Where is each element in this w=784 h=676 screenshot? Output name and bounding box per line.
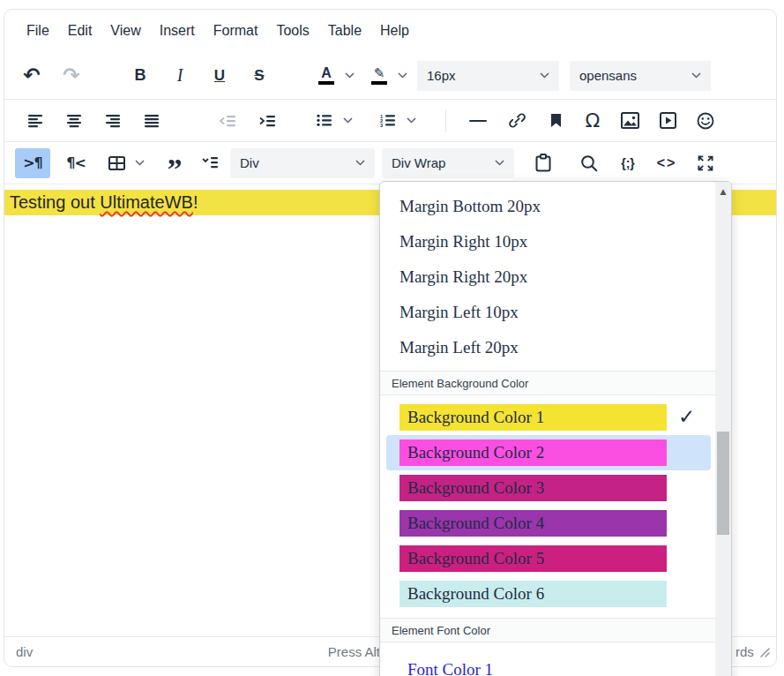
chevron-down-icon — [345, 72, 355, 79]
menu-file[interactable]: File — [19, 18, 57, 44]
numbered-list-button[interactable]: 123 — [373, 106, 403, 136]
editor-text-punctuation: ! — [193, 192, 198, 212]
align-center-icon — [66, 114, 82, 128]
dropdown-scrollbar[interactable]: ▲ — [715, 182, 731, 676]
bookmark-button[interactable] — [541, 106, 571, 136]
code-sample-button[interactable]: {;} — [613, 148, 643, 178]
redo-button[interactable]: ↷ — [56, 61, 86, 91]
font-size-select[interactable]: 16px — [417, 61, 559, 91]
color-swatch: Background Color 1 — [399, 404, 667, 431]
text-color-button[interactable]: A — [311, 61, 341, 91]
highlight-color-menu-button[interactable] — [394, 61, 410, 91]
color-swatch: Background Color 4 — [399, 510, 667, 537]
link-button[interactable] — [502, 106, 532, 136]
numbered-list-menu-button[interactable] — [403, 106, 419, 136]
insert-media-button[interactable] — [653, 106, 683, 136]
menu-item-font-color-1[interactable]: Font Color 1 — [380, 655, 715, 676]
toolbar-row-1: ↶ ↷ B I U S A ✎ 16px opensans — [4, 52, 776, 100]
highlighter-icon: ✎ — [371, 67, 387, 85]
menu-view[interactable]: View — [102, 18, 148, 44]
menu-help[interactable]: Help — [372, 18, 417, 44]
table-menu-button[interactable] — [131, 148, 147, 178]
section-header-font-color: Element Font Color — [380, 618, 715, 642]
word-count-text: rds — [735, 644, 754, 659]
menu-item-background-color-3[interactable]: Background Color 3 — [380, 475, 715, 501]
align-right-button[interactable] — [98, 106, 128, 136]
element-path[interactable]: div — [16, 644, 33, 659]
text-color-icon: A — [318, 66, 334, 85]
blockquote-button[interactable]: ” — [160, 154, 190, 184]
table-button[interactable] — [101, 148, 131, 178]
paste-button[interactable] — [528, 148, 558, 178]
toolbar-row-3: >¶ ¶< ” Div Div Wrap {;} <> — [4, 142, 776, 184]
align-justify-button[interactable] — [137, 106, 167, 136]
wrap-style-select[interactable]: Div Wrap — [382, 148, 514, 178]
chevron-down-icon — [495, 160, 504, 166]
resize-grip-icon — [759, 647, 771, 658]
menu-item-margin-right-20[interactable]: Margin Right 20px — [380, 259, 715, 295]
color-swatch: Background Color 3 — [399, 475, 667, 501]
highlight-color-button[interactable]: ✎ — [364, 61, 394, 91]
chevron-down-icon — [355, 160, 365, 166]
align-left-button[interactable] — [20, 106, 50, 136]
numbered-list-icon: 123 — [380, 114, 396, 127]
color-swatch: Background Color 6 — [399, 581, 667, 607]
bullet-list-menu-button[interactable] — [340, 106, 355, 136]
font-family-value: opensans — [579, 68, 637, 83]
indent-button[interactable] — [252, 106, 282, 136]
resize-grip[interactable] — [759, 647, 771, 658]
menu-item-margin-left-20[interactable]: Margin Left 20px — [380, 330, 715, 365]
editor-text: Testing out — [10, 192, 100, 212]
indent-icon — [258, 114, 276, 128]
scrollbar-thumb[interactable] — [717, 432, 729, 535]
toggle-list-button[interactable] — [195, 148, 225, 178]
wrap-style-dropdown: Margin Bottom 20px Margin Right 10px Mar… — [379, 181, 732, 676]
menu-item-background-color-2[interactable]: Background Color 2 — [380, 439, 715, 466]
underline-button[interactable]: U — [205, 61, 235, 91]
source-code-button[interactable]: <> — [652, 148, 682, 178]
rtl-direction-button[interactable]: ¶< — [61, 148, 91, 178]
emoji-icon — [697, 112, 714, 130]
text-color-menu-button[interactable] — [341, 61, 357, 91]
scroll-up-arrow[interactable]: ▲ — [715, 184, 731, 199]
check-icon: ✓ — [678, 405, 695, 428]
chevron-down-icon — [407, 117, 416, 124]
outdent-icon — [219, 114, 236, 128]
align-center-button[interactable] — [59, 106, 89, 136]
strikethrough-button[interactable]: S — [244, 61, 274, 91]
chevron-down-icon — [343, 117, 353, 124]
outdent-button[interactable] — [213, 106, 243, 136]
bold-button[interactable]: B — [125, 61, 155, 91]
margin-items-list: Margin Bottom 20px Margin Right 10px Mar… — [380, 182, 715, 365]
menu-table[interactable]: Table — [320, 18, 370, 44]
menu-tools[interactable]: Tools — [268, 18, 317, 44]
ltr-direction-button[interactable]: >¶ — [15, 148, 50, 178]
block-style-select[interactable]: Div — [230, 148, 375, 178]
image-icon — [621, 112, 639, 129]
menu-item-margin-right-10[interactable]: Margin Right 10px — [380, 224, 715, 259]
font-family-select[interactable]: opensans — [570, 61, 711, 91]
menu-item-background-color-4[interactable]: Background Color 4 — [380, 510, 715, 537]
menu-format[interactable]: Format — [205, 18, 266, 44]
fullscreen-icon — [697, 154, 714, 172]
menu-item-margin-bottom-20[interactable]: Margin Bottom 20px — [380, 189, 715, 224]
help-hint-text: Press Alt — [328, 644, 380, 659]
fullscreen-button[interactable] — [691, 148, 721, 178]
bullet-list-button[interactable] — [310, 106, 340, 136]
align-left-icon — [27, 114, 43, 128]
special-character-button[interactable]: Ω — [578, 106, 608, 136]
undo-button[interactable]: ↶ — [17, 61, 47, 91]
menubar: File Edit View Insert Format Tools Table… — [4, 10, 776, 52]
menu-edit[interactable]: Edit — [60, 18, 101, 44]
menu-item-background-color-1[interactable]: Background Color 1 ✓ — [380, 404, 715, 431]
search-button[interactable] — [574, 148, 604, 178]
horizontal-rule-button[interactable] — [463, 106, 493, 136]
menu-item-background-color-5[interactable]: Background Color 5 — [380, 545, 715, 572]
emoji-button[interactable] — [691, 106, 721, 136]
italic-button[interactable]: I — [165, 61, 195, 91]
menu-item-background-color-6[interactable]: Background Color 6 — [380, 581, 715, 607]
menu-item-margin-left-10[interactable]: Margin Left 10px — [380, 295, 715, 330]
menu-insert[interactable]: Insert — [152, 18, 203, 44]
chevron-down-icon — [691, 72, 701, 79]
insert-image-button[interactable] — [615, 106, 645, 136]
